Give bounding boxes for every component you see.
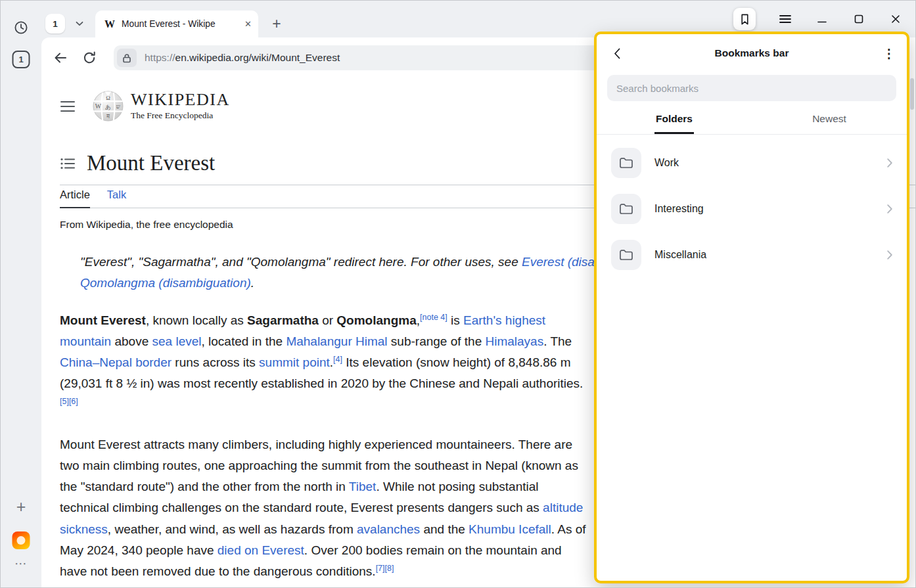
page-title: Mount Everest bbox=[87, 151, 215, 175]
folder-icon bbox=[611, 240, 641, 270]
svg-text:あ: あ bbox=[105, 104, 111, 110]
folder-icon bbox=[611, 194, 641, 224]
bookmarks-folder-list: Work Interesting Miscellania bbox=[597, 140, 907, 278]
bookmarks-panel: Bookmarks bar ⋮ Folders Newest Work bbox=[594, 32, 909, 583]
wiki-link[interactable]: Himalayas bbox=[486, 334, 544, 348]
wiki-link[interactable]: Qomolangma (disambiguation) bbox=[80, 276, 251, 290]
wiki-link[interactable]: Mahalangur Himal bbox=[286, 334, 387, 348]
browser-logo[interactable] bbox=[12, 531, 30, 549]
tab-list-chevron-icon[interactable] bbox=[72, 16, 87, 32]
lock-icon[interactable] bbox=[117, 49, 137, 67]
svg-text:म: म bbox=[106, 113, 110, 120]
wordmark-title: WIKIPEDIA bbox=[131, 90, 230, 109]
wordmark-subtitle: The Free Encyclopedia bbox=[131, 110, 230, 121]
tab-newest[interactable]: Newest bbox=[752, 112, 907, 134]
wikipedia-logo[interactable]: Ω W あ ש म WIKIPEDIA The Free Encyclopedi… bbox=[93, 89, 230, 122]
reference-link[interactable]: [7][8] bbox=[376, 563, 394, 572]
minimize-button[interactable] bbox=[815, 12, 829, 26]
tab-folders[interactable]: Folders bbox=[597, 112, 752, 134]
back-chevron-icon[interactable] bbox=[608, 45, 626, 62]
active-tab[interactable]: W Mount Everest - Wikipe ✕ bbox=[95, 11, 258, 37]
history-icon[interactable] bbox=[13, 20, 29, 35]
page-scrollbar[interactable] bbox=[910, 78, 914, 110]
tab-talk[interactable]: Talk bbox=[107, 189, 126, 208]
window-controls bbox=[733, 8, 915, 30]
folder-label: Work bbox=[654, 157, 679, 169]
wiki-link[interactable]: avalanches bbox=[357, 522, 420, 536]
chevron-right-icon bbox=[887, 158, 892, 168]
wikipedia-wordmark: WIKIPEDIA The Free Encyclopedia bbox=[131, 90, 230, 121]
bookmarks-panel-header: Bookmarks bar ⋮ bbox=[597, 34, 907, 72]
svg-text:ש: ש bbox=[116, 103, 121, 110]
url-scheme: https:// bbox=[145, 52, 175, 63]
reload-icon[interactable] bbox=[80, 48, 99, 68]
close-window-button[interactable] bbox=[888, 12, 903, 26]
left-rail: 1 + ⋯ bbox=[1, 1, 41, 587]
bookmark-folder-row[interactable]: Interesting bbox=[597, 186, 907, 232]
reference-link[interactable]: [5][6] bbox=[60, 397, 78, 406]
article-paragraph-1: Mount Everest, known locally as Sagarmat… bbox=[60, 310, 590, 416]
wiki-link[interactable]: China–Nepal border bbox=[60, 355, 172, 369]
browser-window: 1 + ⋯ 1 W Mount Everest - Wikipe ✕ + bbox=[0, 0, 916, 588]
kebab-menu-icon[interactable]: ⋮ bbox=[881, 46, 898, 61]
bookmarks-tabs: Folders Newest bbox=[597, 112, 907, 135]
reference-link[interactable]: [4] bbox=[333, 354, 342, 363]
folder-label: Miscellania bbox=[654, 249, 706, 261]
rail-more-icon[interactable]: ⋯ bbox=[14, 556, 28, 571]
tab-close-icon[interactable]: ✕ bbox=[244, 19, 252, 29]
url-path: en.wikipedia.org/wiki/Mount_Everest bbox=[175, 52, 340, 63]
wiki-link[interactable]: died on Everest bbox=[218, 543, 304, 557]
search-bookmarks-input[interactable] bbox=[607, 75, 896, 101]
rail-add-icon[interactable]: + bbox=[16, 497, 26, 516]
new-tab-button[interactable]: + bbox=[267, 14, 286, 33]
reference-link[interactable]: [note 4] bbox=[420, 312, 447, 321]
wikipedia-globe-icon: Ω W あ ש म bbox=[93, 89, 124, 122]
tab-group-button[interactable]: 1 bbox=[45, 14, 65, 34]
wiki-hamburger-icon[interactable] bbox=[60, 99, 76, 114]
chevron-right-icon bbox=[887, 250, 892, 260]
bookmark-folder-row[interactable]: Miscellania bbox=[597, 232, 907, 278]
bookmarks-sidebar-icon[interactable] bbox=[733, 8, 756, 30]
wiki-link[interactable]: summit point bbox=[259, 355, 330, 369]
folder-label: Interesting bbox=[654, 203, 704, 215]
bookmarks-search bbox=[607, 75, 896, 101]
bookmark-folder-row[interactable]: Work bbox=[597, 140, 907, 186]
wikipedia-favicon: W bbox=[104, 18, 115, 30]
sidebar-tab-counter[interactable]: 1 bbox=[12, 51, 30, 68]
chevron-right-icon bbox=[887, 204, 892, 214]
svg-text:W: W bbox=[95, 102, 102, 110]
wiki-link[interactable]: Tibet bbox=[349, 480, 377, 493]
maximize-button[interactable] bbox=[852, 12, 866, 26]
bookmarks-panel-title: Bookmarks bar bbox=[715, 47, 789, 59]
folder-icon bbox=[611, 148, 641, 178]
browser-menu-icon[interactable] bbox=[778, 12, 792, 26]
tab-title: Mount Everest - Wikipe bbox=[122, 19, 240, 29]
wiki-link[interactable]: sea level bbox=[152, 334, 202, 348]
article-paragraph-2: Mount Everest attracts many climbers, in… bbox=[60, 434, 590, 582]
svg-text:Ω: Ω bbox=[106, 95, 110, 101]
url-text: https://en.wikipedia.org/wiki/Mount_Ever… bbox=[145, 52, 340, 64]
back-icon[interactable] bbox=[51, 48, 70, 68]
tab-article[interactable]: Article bbox=[60, 189, 90, 208]
contents-list-icon[interactable] bbox=[60, 157, 76, 170]
wiki-link[interactable]: Khumbu Icefall bbox=[469, 522, 551, 536]
